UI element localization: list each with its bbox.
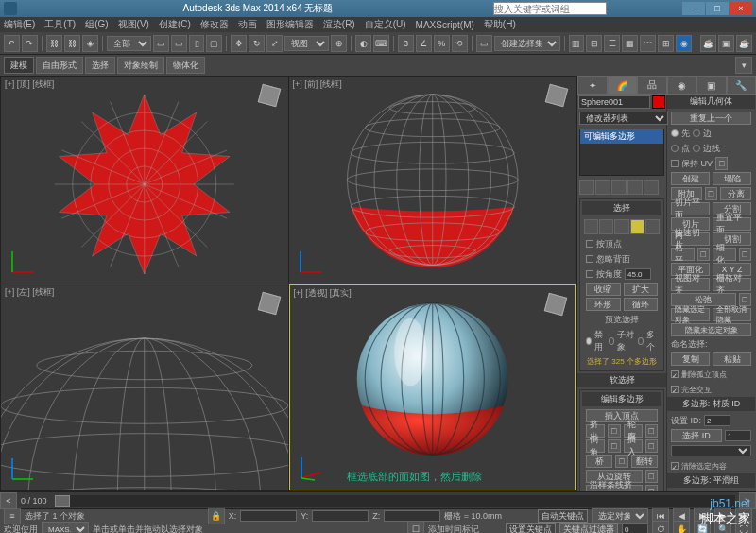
curve-editor-button[interactable]: 〰 <box>640 35 656 52</box>
stack-item[interactable]: 可编辑多边形 <box>580 129 663 144</box>
lock-icon[interactable]: 🔒 <box>208 507 225 524</box>
preserve-uv-check[interactable] <box>671 160 679 167</box>
tab-hierarchy-icon[interactable]: 品 <box>637 76 667 95</box>
tab-paint[interactable]: 对象绘制 <box>117 57 164 74</box>
tab-utilities-icon[interactable]: 🔧 <box>727 76 757 95</box>
autokey-button[interactable]: 自动关键点 <box>538 509 588 523</box>
time-slider[interactable] <box>55 495 735 507</box>
select-name-button[interactable]: ▭ <box>171 35 187 52</box>
menu-maxscript[interactable]: MAXScript(M) <box>416 20 474 30</box>
softsel-rollout[interactable]: 软选择 <box>577 373 666 387</box>
ribbon-button[interactable]: ▦ <box>622 35 638 52</box>
object-color-swatch[interactable] <box>652 95 665 109</box>
delete-iso-check[interactable] <box>671 370 679 378</box>
move-button[interactable]: ✥ <box>231 35 247 52</box>
script-button[interactable]: ≡ <box>4 507 21 524</box>
inset-button[interactable]: 插入 <box>624 439 643 453</box>
menu-animation[interactable]: 动画 <box>238 18 257 31</box>
undo-button[interactable]: ↶ <box>4 35 20 52</box>
slice-plane-button[interactable]: 切片平面 <box>671 202 710 215</box>
viewcube-icon[interactable] <box>254 80 284 111</box>
edit-geom-title[interactable]: 编辑几何体 <box>667 95 755 109</box>
remove-mod-button[interactable] <box>627 180 643 195</box>
tab-populate[interactable]: 物体化 <box>166 57 205 74</box>
constraint-none[interactable] <box>671 129 679 137</box>
close-button[interactable]: × <box>730 2 752 15</box>
tab-create-icon[interactable]: ✦ <box>577 76 608 95</box>
modifier-list-dropdown[interactable]: 修改器列表 <box>579 112 668 125</box>
viewport-label[interactable]: [+] [左] [线框] <box>5 286 54 299</box>
configure-button[interactable] <box>644 180 659 195</box>
mirror-button[interactable]: ▥ <box>569 35 585 52</box>
coord-y[interactable] <box>312 510 369 522</box>
tab-modify-icon[interactable]: 🌈 <box>608 76 638 95</box>
set-id-spinner[interactable] <box>704 415 730 426</box>
viewcube-icon[interactable] <box>541 80 572 111</box>
tab-modeling[interactable]: 建模 <box>4 57 34 74</box>
hide-sel-button[interactable]: 隐藏选定对象 <box>671 308 710 321</box>
unlink-button[interactable]: ⛓ <box>64 35 80 52</box>
viewport-label[interactable]: [+] [顶] [线框] <box>5 78 54 91</box>
edge-subobj[interactable] <box>599 219 613 234</box>
ref-coord-dropdown[interactable]: 视图 <box>284 36 329 51</box>
object-name-field[interactable] <box>578 95 650 109</box>
preview-sub-radio[interactable] <box>609 337 614 345</box>
render-setup-button[interactable]: ☕ <box>700 35 716 52</box>
pivot-button[interactable]: ⊕ <box>331 35 347 52</box>
vertex-subobj[interactable] <box>584 219 598 234</box>
preview-multi-radio[interactable] <box>638 337 644 345</box>
key-filter-dropdown[interactable]: 选定对象 <box>592 508 648 524</box>
nav-pan-icon[interactable]: ✋ <box>673 521 690 533</box>
extrude-settings[interactable]: □ <box>608 424 620 438</box>
detach-button[interactable]: 分离 <box>720 187 751 200</box>
ribbon-toggle[interactable]: ▾ <box>735 57 752 74</box>
keyboard-button[interactable]: ⌨ <box>373 35 389 52</box>
align-button[interactable]: ⊟ <box>586 35 602 52</box>
time-config-icon[interactable]: ⏱ <box>652 521 669 533</box>
named-sel-dropdown[interactable]: 创建选择集 <box>494 36 560 51</box>
redo-button[interactable]: ↷ <box>22 35 38 52</box>
border-subobj[interactable] <box>614 219 628 234</box>
select-id-button[interactable]: 选择 ID <box>671 429 722 442</box>
reset-plane-button[interactable]: 重置平面 <box>713 217 751 231</box>
viewcube-icon[interactable] <box>541 289 571 319</box>
menu-help[interactable]: 帮助(H) <box>484 18 516 31</box>
constraint-normal[interactable] <box>693 145 700 152</box>
link-button[interactable]: ⛓ <box>46 35 62 52</box>
minimize-button[interactable]: – <box>682 2 705 15</box>
shrink-button[interactable]: 收缩 <box>586 283 621 296</box>
viewport-front[interactable]: [+] [前] [线框] <box>289 77 576 284</box>
menu-create[interactable]: 创建(C) <box>159 18 191 31</box>
mat-name-dropdown[interactable] <box>671 445 751 456</box>
maximize-button[interactable]: □ <box>706 2 729 15</box>
by-angle-check[interactable] <box>586 270 593 278</box>
render-frame-button[interactable]: ▣ <box>718 35 734 52</box>
flip-button[interactable]: 翻转 <box>631 455 658 468</box>
hide-unsel-button[interactable]: 隐藏未选定对象 <box>671 323 751 336</box>
viewport-top[interactable]: [+] [顶] [线框] <box>1 77 288 284</box>
grow-button[interactable]: 扩大 <box>624 283 659 296</box>
modifier-stack[interactable]: 可编辑多边形 <box>579 129 664 176</box>
selection-filter[interactable]: 全部 <box>107 36 151 51</box>
menu-group[interactable]: 组(G) <box>85 18 108 31</box>
menu-graph[interactable]: 图形编辑器 <box>266 18 314 31</box>
menu-modifiers[interactable]: 修改器 <box>200 18 229 31</box>
menu-tools[interactable]: 工具(T) <box>44 18 76 31</box>
tab-selection[interactable]: 选择 <box>85 57 115 74</box>
named-sel-button[interactable]: ▭ <box>476 35 492 52</box>
angle-snap-button[interactable]: ∠ <box>416 35 432 52</box>
create-button[interactable]: 创建 <box>671 172 710 185</box>
unhide-button[interactable]: 全部取消隐藏 <box>713 308 751 321</box>
material-editor-button[interactable]: ◉ <box>676 35 692 52</box>
rotate-button[interactable]: ↻ <box>249 35 265 52</box>
smooth-title[interactable]: 多边形: 平滑组 <box>667 473 755 488</box>
pin-stack-button[interactable] <box>579 180 594 195</box>
timeline[interactable]: < 0 / 100 > <box>0 491 756 508</box>
polygon-subobj[interactable] <box>630 219 644 234</box>
tab-motion-icon[interactable]: ◉ <box>667 76 697 95</box>
spinner-snap-button[interactable]: ⟲ <box>452 35 468 52</box>
snap-button[interactable]: 3 <box>398 35 414 52</box>
constraint-face[interactable] <box>671 145 679 152</box>
clear-sel-check[interactable] <box>671 462 679 470</box>
collapse-button[interactable]: 塌陷 <box>713 172 751 185</box>
